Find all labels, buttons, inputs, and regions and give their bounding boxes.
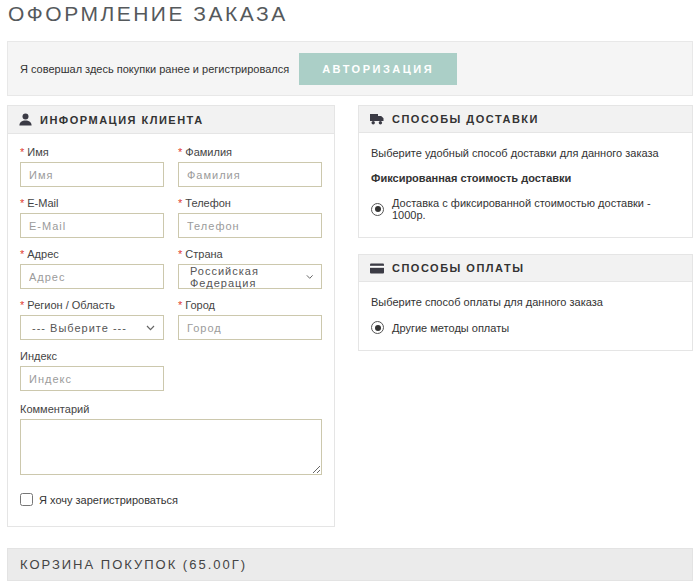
credit-card-icon (370, 263, 384, 274)
chevron-down-icon (306, 274, 313, 280)
shipping-option-radio[interactable] (371, 203, 384, 216)
payment-intro: Выберите способ оплаты для данного заказ… (371, 296, 680, 308)
cart-title: КОРЗИНА ПОКУПОК (65.00Г) (7, 548, 693, 581)
city-label: *Город (178, 299, 322, 311)
chevron-down-icon (146, 325, 155, 331)
email-input[interactable] (20, 213, 164, 238)
address-group: *Адрес (20, 248, 164, 289)
customer-info-header: ИНФОРМАЦИЯ КЛИЕНТА (8, 106, 334, 134)
payment-methods-title: СПОСОБЫ ОПЛАТЫ (392, 262, 524, 274)
payment-methods-panel: СПОСОБЫ ОПЛАТЫ Выберите способ оплаты дл… (358, 254, 693, 351)
authorization-button[interactable]: АВТОРИЗАЦИЯ (299, 53, 457, 85)
required-mark: * (178, 146, 182, 158)
region-select[interactable]: --- Выберите --- (20, 315, 164, 340)
customer-info-title: ИНФОРМАЦИЯ КЛИЕНТА (40, 114, 204, 126)
customer-info-panel: ИНФОРМАЦИЯ КЛИЕНТА *Имя *Фамилия * (7, 105, 335, 527)
comment-textarea[interactable] (20, 419, 322, 475)
last-name-group: *Фамилия (178, 146, 322, 187)
shipping-methods-header: СПОСОБЫ ДОСТАВКИ (359, 106, 692, 133)
user-icon (19, 113, 32, 126)
country-label: *Страна (178, 248, 322, 260)
country-select[interactable]: Российская Федерация (178, 264, 322, 289)
first-name-label: *Имя (20, 146, 164, 158)
required-mark: * (20, 146, 24, 158)
last-name-label: *Фамилия (178, 146, 322, 158)
comment-group: Комментарий (20, 403, 322, 479)
page-title: ОФОРМЛЕНИЕ ЗАКАЗА (7, 0, 693, 26)
shipping-methods-title: СПОСОБЫ ДОСТАВКИ (392, 113, 539, 125)
region-label: *Регион / Область (20, 299, 164, 311)
shipping-group-title: Фиксированная стоимость доставки (371, 172, 680, 184)
postcode-label: Индекс (20, 350, 164, 362)
payment-methods-header: СПОСОБЫ ОПЛАТЫ (359, 255, 692, 282)
city-group: *Город (178, 299, 322, 340)
shipping-methods-panel: СПОСОБЫ ДОСТАВКИ Выберите удобный способ… (358, 105, 693, 238)
required-mark: * (20, 299, 24, 311)
shipping-option-row[interactable]: Доставка с фиксированной стоимостью дост… (371, 197, 680, 221)
address-input[interactable] (20, 264, 164, 289)
address-label: *Адрес (20, 248, 164, 260)
register-row: Я хочу зарегистрироваться (20, 493, 322, 506)
postcode-input[interactable] (20, 366, 164, 391)
payment-option-row[interactable]: Другие методы оплаты (371, 321, 680, 334)
country-selected-value: Российская Федерация (190, 265, 306, 289)
register-checkbox[interactable] (20, 493, 33, 506)
payment-option-radio[interactable] (371, 321, 384, 334)
payment-option-label: Другие методы оплаты (392, 322, 509, 334)
shipping-intro: Выберите удобный способ доставки для дан… (371, 147, 680, 159)
email-label: *E-Mail (20, 197, 164, 209)
truck-icon (370, 113, 384, 125)
last-name-input[interactable] (178, 162, 322, 187)
phone-group: *Телефон (178, 197, 322, 238)
phone-input[interactable] (178, 213, 322, 238)
city-input[interactable] (178, 315, 322, 340)
checkout-page: ОФОРМЛЕНИЕ ЗАКАЗА Я совершал здесь покуп… (0, 0, 700, 587)
required-mark: * (20, 248, 24, 260)
country-group: *Страна Российская Федерация (178, 248, 322, 289)
required-mark: * (178, 248, 182, 260)
required-mark: * (20, 197, 24, 209)
phone-label: *Телефон (178, 197, 322, 209)
email-group: *E-Mail (20, 197, 164, 238)
required-mark: * (178, 197, 182, 209)
first-name-group: *Имя (20, 146, 164, 187)
region-group: *Регион / Область --- Выберите --- (20, 299, 164, 340)
returning-customer-text: Я совершал здесь покупки ранее и регистр… (20, 63, 289, 75)
returning-customer-bar: Я совершал здесь покупки ранее и регистр… (7, 41, 693, 96)
shipping-option-label: Доставка с фиксированной стоимостью дост… (392, 197, 680, 221)
region-selected-value: --- Выберите --- (32, 322, 127, 334)
required-mark: * (178, 299, 182, 311)
postcode-group: Индекс (20, 350, 164, 391)
first-name-input[interactable] (20, 162, 164, 187)
register-label: Я хочу зарегистрироваться (39, 494, 178, 506)
comment-label: Комментарий (20, 403, 322, 415)
